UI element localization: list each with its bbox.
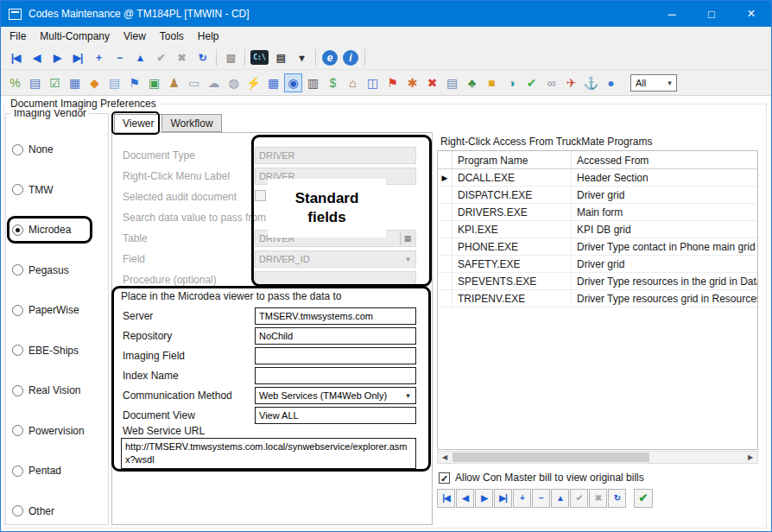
communication-method-combo[interactable]: Web Services (TM4Web Only) ▾ <box>255 387 416 404</box>
first-record-button[interactable]: |◀ <box>5 48 26 68</box>
menu-multi-company[interactable]: Multi-Company <box>33 28 117 45</box>
vendor-radio-real-vision[interactable]: Real Vision <box>6 370 108 411</box>
repository-field[interactable]: NoChild <box>255 327 416 345</box>
scroll-left-icon[interactable]: ◀ <box>438 452 452 463</box>
delete-record-button[interactable]: − <box>109 48 130 68</box>
imaging-camera-icon[interactable]: ◉ <box>284 73 302 92</box>
menu-file[interactable]: File <box>3 28 33 45</box>
remove-icon[interactable]: ✖ <box>423 73 441 92</box>
approve-icon[interactable]: ✔ <box>522 73 541 92</box>
plug-icon[interactable]: ⚡ <box>244 73 263 92</box>
tree-icon[interactable]: ♣ <box>463 73 481 92</box>
gauge-icon[interactable]: ◑ <box>503 73 521 92</box>
horizontal-scrollbar[interactable]: ◀ ▶ <box>437 451 758 464</box>
allow-con-master-checkbox[interactable]: ✓ <box>439 472 450 484</box>
refresh-button[interactable]: ↻ <box>608 489 626 508</box>
currency-icon[interactable]: $ <box>324 73 342 92</box>
command-prompt-icon[interactable]: C:\ <box>250 50 269 65</box>
vendor-radio-pentad[interactable]: Pentad <box>6 451 108 491</box>
last-record-button[interactable]: ▶| <box>67 48 88 68</box>
table-row[interactable]: SAFETY.EXE Driver grid <box>438 256 757 273</box>
notes-icon[interactable]: ▤ <box>26 73 44 92</box>
delete-record-button[interactable]: − <box>532 489 550 508</box>
tab-workflow[interactable]: Workflow <box>161 114 221 132</box>
post-edit-button[interactable]: ✔ <box>150 48 171 68</box>
truck-icon[interactable]: ▣ <box>145 73 163 92</box>
web-link-icon[interactable]: e <box>322 50 338 66</box>
table-row[interactable]: TRIPENV.EXE Driver Type resources grid i… <box>438 290 757 307</box>
plane-icon[interactable]: ✈ <box>562 73 580 92</box>
menu-view[interactable]: View <box>117 28 153 45</box>
table-row[interactable]: DISPATCH.EXE Driver grid <box>438 187 757 204</box>
vendor-radio-pegasus[interactable]: Pegasus <box>6 250 108 291</box>
program-filter-combo[interactable]: All ▾ <box>630 74 677 92</box>
vendor-radio-tmw[interactable]: TMW <box>6 170 108 211</box>
vendor-radio-none[interactable]: None <box>6 130 108 170</box>
anchor-icon[interactable]: ⚓ <box>582 73 600 92</box>
prior-record-button[interactable]: ◀ <box>456 489 474 508</box>
blue-flag-icon[interactable]: ⚑ <box>125 73 143 92</box>
customer-icon[interactable]: ♟ <box>165 73 183 92</box>
maximize-button[interactable]: □ <box>692 1 731 27</box>
index-name-field[interactable] <box>255 367 416 384</box>
shield-icon[interactable]: ◆ <box>85 73 104 92</box>
commit-button[interactable]: ✔ <box>634 489 653 508</box>
post-edit-button[interactable]: ✔ <box>570 489 588 508</box>
insert-record-button[interactable]: + <box>88 48 109 68</box>
scrollbar-track[interactable] <box>452 452 744 463</box>
building-icon[interactable]: ⌂ <box>344 73 362 92</box>
audit-check-icon[interactable]: ☑ <box>46 73 64 92</box>
next-record-button[interactable]: ▶ <box>475 489 493 508</box>
calendar-icon[interactable]: ▦ <box>264 73 282 92</box>
menu-tools[interactable]: Tools <box>153 28 191 45</box>
ring-icon[interactable]: ◍ <box>225 73 243 92</box>
report-icon[interactable]: ▤ <box>443 73 461 92</box>
vendor-radio-other[interactable]: Other <box>6 491 108 532</box>
chevron-down-icon[interactable]: ▾ <box>402 389 414 402</box>
folder-icon[interactable]: ▭ <box>185 73 203 92</box>
vendor-radio-paperwise[interactable]: PaperWise <box>6 290 108 331</box>
link-icon[interactable]: ∞ <box>542 73 560 92</box>
edit-record-button[interactable]: ▲ <box>130 48 150 68</box>
minimize-button[interactable]: ─ <box>652 1 692 27</box>
table-row[interactable]: ▶ DCALL.EXE Header Section <box>438 169 757 187</box>
document-view-field[interactable]: View ALL <box>255 407 416 424</box>
cancel-edit-button[interactable]: ✖ <box>171 48 192 68</box>
sphere-icon[interactable]: ● <box>602 73 620 92</box>
vendor-radio-powervision[interactable]: Powervision <box>6 411 108 452</box>
table-row[interactable]: PHONE.EXE Driver Type contact in Phone m… <box>438 238 757 256</box>
next-record-button[interactable]: ▶ <box>47 48 67 68</box>
print-button-icon[interactable]: ▧ <box>220 48 241 68</box>
imaging-field-field[interactable] <box>255 347 416 364</box>
tools-icon[interactable]: ✱ <box>403 73 421 92</box>
refresh-button[interactable]: ↻ <box>192 48 212 68</box>
codes-icon[interactable]: % <box>6 73 24 92</box>
print-options-arrow-icon[interactable]: ▾ <box>291 48 312 68</box>
barcode-icon[interactable]: ▥ <box>304 73 322 92</box>
edit-record-button[interactable]: ▲ <box>551 489 569 508</box>
cloud-icon[interactable]: ☁ <box>205 73 223 92</box>
document-icon[interactable]: ▤ <box>105 73 123 92</box>
about-info-icon[interactable]: i <box>343 50 358 66</box>
cancel-edit-button[interactable]: ✖ <box>589 489 607 508</box>
program-name-column-header[interactable]: Program Name <box>452 151 572 168</box>
package-icon[interactable]: ■ <box>483 73 501 92</box>
grid-icon[interactable]: ▦ <box>66 73 84 92</box>
report-print-icon[interactable]: ▤ <box>270 48 291 68</box>
red-flag-icon[interactable]: ⚑ <box>383 73 402 92</box>
scrollbar-thumb[interactable] <box>452 453 649 462</box>
prior-record-button[interactable]: ◀ <box>26 48 47 68</box>
vendor-radio-ebe-ships[interactable]: EBE-Ships <box>6 331 108 371</box>
close-button[interactable]: × <box>731 1 771 27</box>
tab-viewer[interactable]: Viewer <box>114 114 162 132</box>
menu-help[interactable]: Help <box>191 28 226 45</box>
last-record-button[interactable]: ▶| <box>494 489 512 508</box>
server-field[interactable]: TMSERV.tmwsystems.com <box>255 307 416 325</box>
scroll-right-icon[interactable]: ▶ <box>744 452 757 463</box>
first-record-button[interactable]: |◀ <box>437 489 455 508</box>
chart-icon[interactable]: ◫ <box>364 73 382 92</box>
vendor-radio-microdea[interactable]: Microdea <box>6 210 108 250</box>
accessed-from-column-header[interactable]: Accessed From <box>572 151 757 168</box>
table-row[interactable]: KPI.EXE KPI DB grid <box>438 221 757 238</box>
web-service-url-field[interactable]: http://TMSERV.tmwsystems.com.local/synwe… <box>121 438 416 469</box>
